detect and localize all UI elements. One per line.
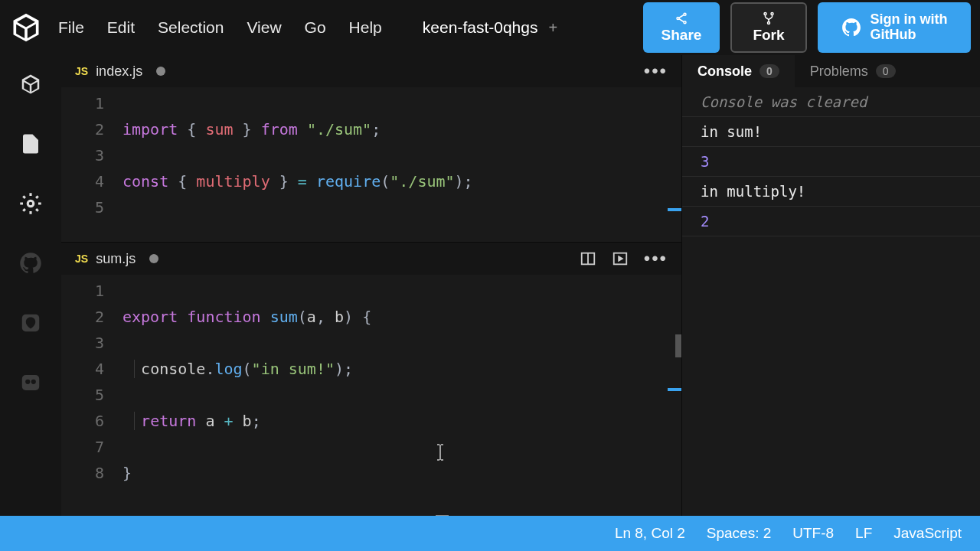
problems-badge: 0: [876, 64, 896, 78]
sidebar-sandbox-icon[interactable]: [17, 70, 44, 98]
sidebar-settings-icon[interactable]: [17, 190, 44, 217]
svg-point-4: [771, 13, 773, 15]
filename-sum: sum.js: [96, 251, 136, 267]
menu-edit[interactable]: Edit: [107, 18, 135, 37]
svg-point-2: [684, 21, 686, 24]
tab-console[interactable]: Console 0: [682, 55, 795, 87]
status-spaces[interactable]: Spaces: 2: [707, 525, 772, 542]
project-name-text: keen-fast-0qhgs: [423, 18, 538, 37]
header: File Edit Selection View Go Help keen-fa…: [0, 0, 980, 55]
editor-panel-index: JS index.js ••• 12345 import { sum } fro…: [61, 55, 681, 243]
svg-point-5: [768, 22, 770, 24]
status-language[interactable]: JavaScript: [893, 525, 962, 542]
project-name[interactable]: keen-fast-0qhgs +: [423, 18, 557, 37]
console-line: 2: [682, 207, 980, 236]
menu-selection[interactable]: Selection: [158, 18, 224, 37]
svg-point-9: [25, 380, 30, 384]
fork-button[interactable]: Fork: [730, 2, 807, 53]
right-panel-tabs: Console 0 Problems 0: [682, 55, 980, 87]
filename-index: index.js: [96, 64, 142, 80]
minimap-mark: [675, 334, 681, 357]
more-icon[interactable]: •••: [644, 62, 668, 80]
code-content: import { sum } from "./sum"; const { mul…: [122, 90, 681, 242]
tab-bar-sum: JS sum.js •••: [61, 243, 681, 275]
js-badge-icon: JS: [75, 253, 88, 265]
gutter: 12345: [61, 90, 122, 242]
console-line: in sum!: [682, 117, 980, 147]
tab-problems[interactable]: Problems 0: [795, 55, 911, 87]
plus-icon[interactable]: +: [548, 19, 557, 37]
console-output[interactable]: Console was cleared in sum! 3 in multipl…: [682, 87, 980, 516]
dirty-indicator: [156, 67, 165, 76]
preview-icon[interactable]: [612, 250, 629, 267]
console-line: Console was cleared: [682, 87, 980, 117]
status-bar: Ln 8, Col 2 Spaces: 2 UTF-8 LF JavaScrip…: [0, 516, 980, 551]
tab-sum[interactable]: JS sum.js: [75, 251, 158, 267]
editor-area: JS index.js ••• 12345 import { sum } fro…: [61, 55, 681, 516]
sidebar-live-icon[interactable]: [17, 369, 44, 396]
scroll-mark: [668, 388, 681, 391]
svg-point-1: [677, 18, 679, 20]
dirty-indicator: [149, 254, 158, 263]
share-button[interactable]: Share: [643, 2, 720, 53]
status-position[interactable]: Ln 8, Col 2: [615, 525, 685, 542]
console-line: in multiply!: [682, 177, 980, 207]
svg-point-0: [684, 13, 686, 15]
code-sum[interactable]: 12345678 export function sum(a, b) { con…: [61, 275, 681, 551]
menu-file[interactable]: File: [58, 18, 84, 37]
split-icon[interactable]: [580, 250, 596, 267]
sidebar-deploy-icon[interactable]: [17, 309, 44, 337]
share-label: Share: [662, 27, 702, 44]
console-badge: 0: [760, 64, 779, 78]
code-content: export function sum(a, b) { console.log(…: [122, 278, 681, 551]
menu-help[interactable]: Help: [349, 18, 382, 37]
gutter: 12345678: [61, 278, 122, 551]
status-eol[interactable]: LF: [855, 525, 872, 542]
editor-panel-sum: JS sum.js ••• 12345678 export function s…: [61, 243, 681, 551]
fork-label: Fork: [753, 27, 784, 44]
text-cursor-icon: [436, 444, 438, 461]
console-line: 3: [682, 147, 980, 177]
github-signin-button[interactable]: Sign in with GitHub: [818, 2, 971, 53]
sidebar-github-icon[interactable]: [17, 249, 44, 277]
logo-icon[interactable]: [9, 11, 43, 44]
menu-bar: File Edit Selection View Go Help: [58, 18, 382, 37]
svg-point-10: [31, 380, 36, 384]
github-label: Sign in with GitHub: [871, 12, 948, 43]
right-panel: Console 0 Problems 0 Console was cleared…: [681, 55, 980, 516]
menu-go[interactable]: Go: [305, 18, 326, 37]
tab-index[interactable]: JS index.js: [75, 64, 165, 80]
main-area: JS index.js ••• 12345 import { sum } fro…: [0, 55, 980, 516]
svg-point-6: [28, 201, 34, 207]
menu-view[interactable]: View: [247, 18, 281, 37]
more-icon[interactable]: •••: [644, 249, 668, 268]
svg-rect-8: [22, 375, 40, 390]
status-encoding[interactable]: UTF-8: [792, 525, 834, 542]
js-badge-icon: JS: [75, 65, 88, 77]
code-index[interactable]: 12345 import { sum } from "./sum"; const…: [61, 87, 681, 242]
activity-bar: [0, 55, 61, 516]
sidebar-file-icon[interactable]: [17, 130, 44, 158]
scroll-mark: [668, 208, 681, 211]
header-actions: Share Fork Sign in with GitHub: [643, 2, 971, 53]
tab-bar-index: JS index.js •••: [61, 55, 681, 87]
svg-point-3: [764, 13, 766, 15]
